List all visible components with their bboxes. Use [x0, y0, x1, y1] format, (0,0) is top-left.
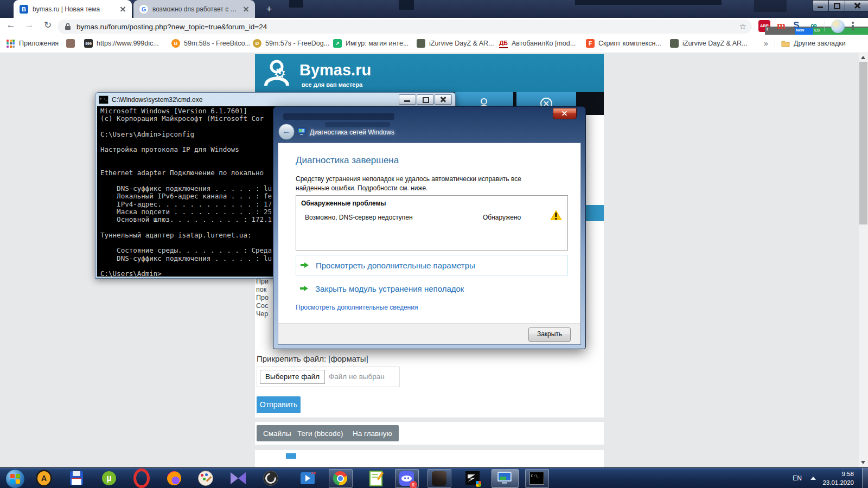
bookmark-favicon [670, 39, 679, 48]
show-desktop-button[interactable] [862, 468, 868, 488]
site-tagline: все для вап мастера [302, 81, 362, 88]
bookmark-favicon [66, 39, 75, 48]
menu-kebab-icon[interactable] [852, 22, 854, 31]
formats-link[interactable]: [форматы] [328, 354, 368, 363]
dialog-heading: Диагностика завершена [296, 155, 399, 166]
folder-icon [781, 40, 790, 47]
bookmark-item[interactable]: Ð 59m:57s - FreeDog... [253, 38, 329, 49]
taskbar-obs-icon[interactable] [263, 471, 279, 486]
back-icon[interactable]: ← [4, 20, 17, 30]
taskbar-chrome-icon[interactable] [332, 471, 348, 486]
bookmark-star-icon[interactable]: ☆ [739, 22, 746, 31]
bookmark-item[interactable]: ДБ АвтобанилКо [mod... [499, 38, 576, 49]
discord-badge: 6 [410, 481, 417, 488]
submit-button[interactable]: Отправить [257, 396, 301, 413]
other-bookmarks-label: Другие закладки [794, 40, 846, 47]
address-bar[interactable]: bymas.ru/forum/posting.php?new_topic=tru… [58, 20, 752, 34]
wallpaper-detail [754, 0, 787, 12]
profile-avatar[interactable] [831, 20, 845, 33]
taskbar-floppy-icon[interactable] [68, 471, 85, 486]
m-extension-icon[interactable]: m [775, 20, 787, 32]
google-favicon: G [139, 5, 148, 14]
network-diagnostics-dialog[interactable]: ← Диагностика сетей Windows Диагностика … [273, 106, 586, 349]
url-text: bymas.ru/forum/posting.php?new_topic=tru… [76, 23, 267, 31]
problem-text: Возможно, DNS-сервер недоступен [305, 214, 413, 221]
cmd-close-button[interactable] [435, 94, 452, 105]
action-label: Просмотреть дополнительные параметры [316, 261, 475, 270]
desktop-screen: ⚙ Bymas.ru все для вап мастера При пок [0, 0, 868, 488]
dialog-content-panel: Диагностика завершена Средству устранени… [278, 143, 581, 345]
bookmarks-bar: Приложения 999 https://www.999dic... B 5… [0, 35, 868, 53]
home-button[interactable]: На главную [346, 425, 399, 441]
bbcode-tags-button[interactable]: Теги (bbcode) [291, 425, 350, 441]
problems-header: Обнаруженные проблемы [301, 200, 386, 207]
minimize-button[interactable] [812, 0, 829, 11]
language-indicator[interactable]: EN [793, 468, 802, 488]
bookmark-item[interactable]: 999 https://www.999dic... [84, 38, 159, 49]
taskbar-aimp-icon[interactable]: A [36, 471, 52, 486]
dialog-body-text: Средству устранения неполадок не удалось… [296, 175, 553, 193]
bookmark-item[interactable]: B 59m:58s - FreeBitco... [171, 38, 251, 49]
action-close-module[interactable]: Закрыть модуль устранения неполадок [296, 280, 567, 297]
bookmark-item[interactable] [66, 38, 75, 49]
tab-google-search[interactable]: G возможно dns работает с ошиб [133, 0, 255, 18]
taskbar-firefox-icon[interactable] [166, 471, 182, 486]
tab-bymas[interactable]: B bymas.ru | Новая тема [14, 0, 132, 18]
bookmark-item[interactable]: iZurvive DayZ & AR... [417, 38, 494, 49]
page-scrollbar[interactable] [859, 53, 868, 467]
tab-close-icon[interactable] [242, 5, 251, 14]
taskbar-game-icon[interactable] [431, 471, 447, 486]
dialog-back-button[interactable]: ← [278, 124, 295, 140]
apps-shortcut[interactable]: Приложения [7, 38, 59, 49]
bymas-favicon: B [20, 5, 28, 14]
reload-icon[interactable]: ↻ [41, 20, 54, 31]
bookmark-label: https://www.999dic... [97, 40, 159, 47]
wallpaper-detail [575, 0, 722, 5]
bookmark-favicon: ↗ [333, 39, 342, 48]
other-bookmarks[interactable]: Другие закладки [781, 38, 846, 49]
scroll-down-arrow-icon[interactable] [861, 461, 865, 464]
choose-file-button[interactable]: Выберите файл [260, 370, 325, 384]
cmd-minimize-button[interactable] [399, 94, 416, 105]
tray-clock[interactable]: 9:58 23.01.2020 [805, 470, 854, 487]
taskbar-cmd-icon[interactable]: C:\_ [528, 471, 545, 486]
taskbar-opera-icon[interactable] [133, 471, 150, 486]
site-header: ⚙ Bymas.ru все для вап мастера [255, 54, 604, 92]
bookmark-item[interactable]: ↗ Имгур: магия инте... [333, 38, 409, 49]
cmd-titlebar[interactable]: C:\_ C:\Windows\system32\cmd.exe [95, 93, 455, 106]
bookmark-favicon: F [586, 39, 595, 48]
bookmarks-overflow-icon[interactable]: » [764, 38, 768, 49]
taskbar-videoeditor-icon[interactable]: ✂ [299, 471, 316, 486]
details-link[interactable]: Просмотреть дополнительные сведения [296, 304, 418, 311]
restore-button[interactable] [828, 0, 845, 11]
taskbar-utorrent-icon[interactable]: µ [101, 471, 117, 486]
tab-title: возможно dns работает с ошиб [152, 5, 238, 13]
new-tab-button[interactable]: + [263, 3, 276, 16]
tab-close-icon[interactable] [119, 5, 127, 14]
scrollbar-thumb[interactable] [859, 62, 867, 224]
forward-icon[interactable]: → [23, 20, 36, 30]
utorrent-glyph: µ [102, 471, 116, 485]
start-button[interactable] [5, 469, 25, 488]
bottom-card [255, 450, 604, 467]
taskbar-paint-icon[interactable] [197, 471, 214, 486]
site-title[interactable]: Bymas.ru [299, 61, 371, 79]
taskbar-kmplayer-icon[interactable] [230, 471, 246, 486]
close-window-button[interactable] [845, 0, 868, 11]
bookmark-favicon [417, 39, 425, 48]
taskbar-diagnostics-icon[interactable] [496, 471, 513, 486]
bookmark-label: Скрипт комплексн... [598, 40, 661, 47]
close-button[interactable]: Закрыть [528, 328, 571, 342]
problem-status: Обнаружено [483, 214, 521, 221]
cmd-maximize-button[interactable] [417, 94, 434, 105]
taskbar-discord-icon[interactable]: 6 [398, 471, 414, 486]
bookmark-item[interactable]: iZurvive DayZ & AR... [670, 38, 747, 49]
action-view-parameters[interactable]: Просмотреть дополнительные параметры [296, 255, 568, 275]
scroll-up-arrow-icon[interactable] [861, 56, 865, 59]
lock-icon [65, 23, 71, 30]
dialog-close-button[interactable] [553, 108, 577, 119]
bookmark-item[interactable]: F Скрипт комплексн... [586, 38, 661, 49]
tab-title: bymas.ru | Новая тема [33, 5, 114, 13]
taskbar-flasher-icon[interactable] [464, 471, 481, 486]
taskbar-notepadpp-icon[interactable] [368, 471, 384, 486]
